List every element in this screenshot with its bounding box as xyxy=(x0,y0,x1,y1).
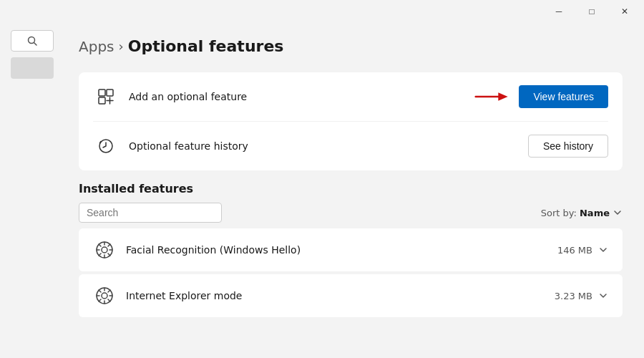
svg-rect-2 xyxy=(99,90,105,96)
svg-line-29 xyxy=(108,299,110,301)
page-title: Optional features xyxy=(128,37,284,55)
breadcrumb: Apps › Optional features xyxy=(79,37,623,55)
svg-line-28 xyxy=(99,290,101,292)
feature-item-size: 3.23 MB xyxy=(555,291,592,301)
maximize-button[interactable]: □ xyxy=(575,0,608,23)
feature-item-name: Internet Explorer mode xyxy=(126,290,555,301)
sort-prefix: Sort by: xyxy=(541,208,577,218)
feature-expand-icon xyxy=(598,245,608,255)
feature-item-name: Facial Recognition (Windows Hello) xyxy=(126,244,557,256)
main-content: Apps › Optional features Add an optional… xyxy=(64,23,644,358)
add-feature-icon xyxy=(93,84,119,110)
svg-rect-4 xyxy=(99,97,105,104)
history-icon xyxy=(93,133,119,159)
feature-item-size: 146 MB xyxy=(557,245,592,256)
svg-line-18 xyxy=(99,244,101,246)
svg-point-13 xyxy=(102,247,107,253)
feature-item[interactable]: Internet Explorer mode 3.23 MB xyxy=(79,274,623,317)
feature-list: Facial Recognition (Windows Hello) 146 M… xyxy=(79,228,623,317)
sort-value: Name xyxy=(580,208,610,218)
add-feature-label: Add an optional feature xyxy=(129,91,474,102)
feature-item[interactable]: Facial Recognition (Windows Hello) 146 M… xyxy=(79,228,623,271)
svg-line-1 xyxy=(34,43,37,46)
svg-rect-3 xyxy=(107,90,113,96)
svg-line-30 xyxy=(108,290,110,292)
close-button[interactable]: ✕ xyxy=(608,0,641,23)
feature-search-input[interactable] xyxy=(87,207,212,218)
breadcrumb-apps[interactable]: Apps xyxy=(79,38,114,55)
feature-history-row: Optional feature history See history xyxy=(93,122,608,170)
action-card: Add an optional feature View features xyxy=(79,72,623,170)
sidebar xyxy=(0,23,64,358)
feature-history-label: Optional feature history xyxy=(129,140,528,152)
installed-features-title: Installed features xyxy=(79,182,623,195)
sidebar-search[interactable] xyxy=(11,30,54,52)
minimize-button[interactable]: ─ xyxy=(542,0,575,23)
feature-item-icon xyxy=(93,284,116,307)
svg-line-21 xyxy=(99,253,101,256)
sort-control[interactable]: Sort by: Name xyxy=(541,208,623,218)
svg-point-23 xyxy=(102,293,107,299)
add-feature-row: Add an optional feature View features xyxy=(93,72,608,122)
search-icon xyxy=(27,36,37,46)
titlebar: ─ □ ✕ xyxy=(0,0,644,23)
installed-header: Sort by: Name xyxy=(79,203,623,223)
sort-chevron-icon xyxy=(613,208,623,218)
svg-line-31 xyxy=(99,299,101,301)
feature-search-box[interactable] xyxy=(79,203,222,223)
svg-marker-8 xyxy=(499,92,508,101)
svg-line-19 xyxy=(108,253,110,256)
breadcrumb-separator: › xyxy=(119,39,124,54)
view-features-button[interactable]: View features xyxy=(519,85,608,108)
sidebar-placeholder xyxy=(11,57,54,79)
feature-item-icon xyxy=(93,238,116,261)
see-history-button[interactable]: See history xyxy=(528,135,608,158)
arrow-indicator xyxy=(474,90,510,104)
app-layout: Apps › Optional features Add an optional… xyxy=(0,23,644,358)
feature-expand-icon xyxy=(598,291,608,301)
svg-line-20 xyxy=(108,244,110,246)
